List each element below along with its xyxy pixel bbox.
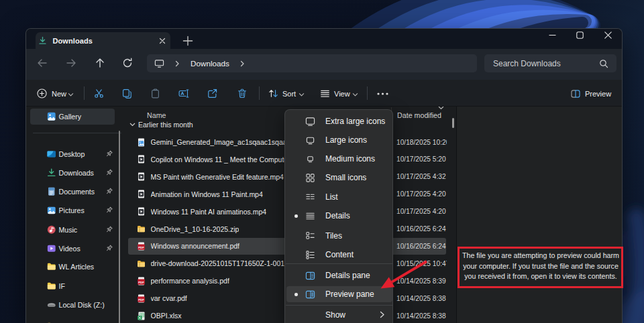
svg-text:PDF: PDF	[138, 298, 144, 301]
svg-text:PDF: PDF	[138, 245, 144, 249]
svg-text:PDF: PDF	[138, 280, 144, 283]
